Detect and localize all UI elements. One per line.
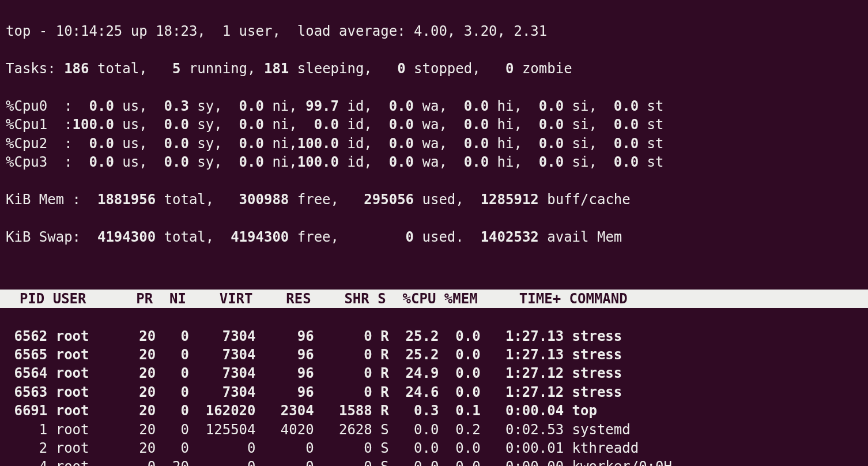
process-row[interactable]: 1 root 20 0 125504 4020 2628 S 0.0 0.2 0… [6, 420, 862, 439]
process-row[interactable]: 2 root 20 0 0 0 0 S 0.0 0.0 0:00.01 kthr… [6, 439, 862, 457]
process-row[interactable]: 4 root 0 -20 0 0 0 S 0.0 0.0 0:00.00 kwo… [6, 457, 862, 466]
process-table-body: 6562 root 20 0 7304 96 0 R 25.2 0.0 1:27… [6, 327, 862, 466]
summary-cpu-lines: %Cpu0 : 0.0 us, 0.3 sy, 0.0 ni, 99.7 id,… [6, 97, 862, 172]
summary-line-mem: KiB Mem : 1881956 total, 300988 free, 29… [6, 190, 862, 209]
summary-line-swap: KiB Swap: 4194300 total, 4194300 free, 0… [6, 228, 862, 246]
terminal-output[interactable]: top - 10:14:25 up 18:23, 1 user, load av… [0, 0, 868, 466]
summary-line-cpu3: %Cpu3 : 0.0 us, 0.0 sy, 0.0 ni,100.0 id,… [6, 153, 862, 171]
process-table-header[interactable]: PID USER PR NI VIRT RES SHR S %CPU %MEM … [0, 290, 868, 308]
process-row[interactable]: 6564 root 20 0 7304 96 0 R 24.9 0.0 1:27… [6, 364, 862, 382]
summary-line-tasks: Tasks: 186 total, 5 running, 181 sleepin… [6, 59, 862, 78]
process-row[interactable]: 6565 root 20 0 7304 96 0 R 25.2 0.0 1:27… [6, 345, 862, 364]
process-row[interactable]: 6563 root 20 0 7304 96 0 R 24.6 0.0 1:27… [6, 383, 862, 401]
summary-line-uptime: top - 10:14:25 up 18:23, 1 user, load av… [6, 22, 862, 40]
process-row[interactable]: 6691 root 20 0 162020 2304 1588 R 0.3 0.… [6, 401, 862, 420]
summary-line-cpu0: %Cpu0 : 0.0 us, 0.3 sy, 0.0 ni, 99.7 id,… [6, 97, 862, 115]
process-row[interactable]: 6562 root 20 0 7304 96 0 R 25.2 0.0 1:27… [6, 327, 862, 345]
summary-line-cpu1: %Cpu1 :100.0 us, 0.0 sy, 0.0 ni, 0.0 id,… [6, 115, 862, 134]
summary-line-cpu2: %Cpu2 : 0.0 us, 0.0 sy, 0.0 ni,100.0 id,… [6, 134, 862, 153]
